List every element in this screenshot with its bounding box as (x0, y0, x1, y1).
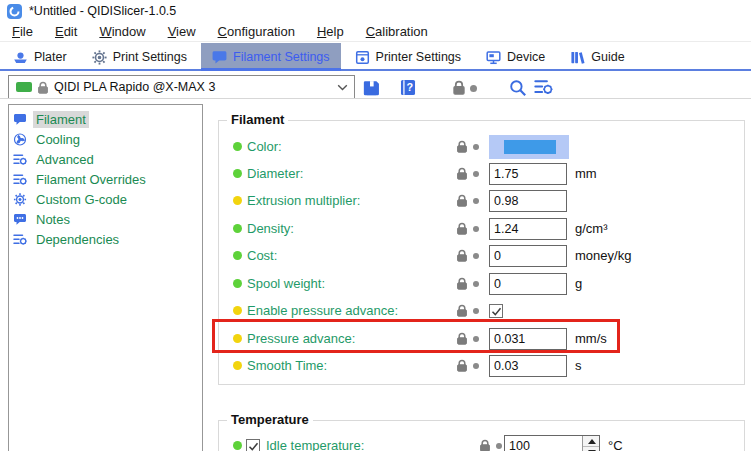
tab-print-settings[interactable]: Print Settings (81, 43, 198, 71)
lock-icon[interactable] (456, 249, 468, 262)
search-icon[interactable] (509, 79, 527, 97)
cost-input[interactable] (489, 245, 567, 267)
tab-printer-settings[interactable]: Printer Settings (344, 43, 472, 71)
setting-label: Enable pressure advance: (247, 299, 398, 323)
setting-label: Diameter: (247, 162, 303, 186)
pressure-advance-input[interactable] (489, 328, 567, 350)
sidebar-item-cooling[interactable]: Cooling (9, 129, 202, 149)
unit-label: °C (608, 434, 623, 451)
smooth-time-input[interactable] (489, 355, 567, 377)
extrusion-multiplier-input[interactable] (489, 190, 567, 212)
enable-pressure-advance-checkbox[interactable] (489, 304, 503, 318)
revert-dot-icon[interactable] (473, 308, 479, 314)
sidebar-item-advanced[interactable]: Advanced (9, 149, 202, 169)
save-icon[interactable] (363, 79, 380, 96)
tab-plater[interactable]: Plater (2, 43, 78, 71)
filament-color-swatch[interactable] (489, 135, 569, 159)
setting-row-spool-weight: Spool weight: g (219, 272, 744, 296)
revert-dot-icon[interactable] (473, 363, 479, 369)
revert-dot-icon[interactable] (473, 281, 479, 287)
lock-icon[interactable] (456, 277, 468, 290)
notes-bubble-icon (13, 213, 27, 226)
tab-device[interactable]: Device (475, 43, 556, 71)
menu-file[interactable]: File (1, 22, 44, 42)
unit-label: mm (575, 162, 597, 186)
revert-dot-icon[interactable] (473, 198, 479, 204)
setting-row-extrusion-multiplier: Extrusion multiplier: (219, 189, 744, 213)
spool-weight-input[interactable] (489, 273, 567, 295)
tab-label: Print Settings (113, 50, 187, 64)
lock-icon[interactable] (456, 194, 468, 207)
temperature-section: Temperature Idle temperature: °C (218, 420, 745, 451)
settings-sidebar: Filament Cooling Advanced Filament Overr… (8, 104, 203, 451)
checkmark-icon (248, 441, 259, 451)
idle-temperature-input[interactable] (505, 436, 582, 451)
menu-calibration[interactable]: Calibration (355, 22, 439, 42)
title-bar: *Untitled - QIDISlicer-1.0.5 (0, 0, 751, 22)
setting-row-cost: Cost: money/kg (219, 244, 744, 268)
printer-icon (355, 50, 370, 65)
tab-filament-settings[interactable]: Filament Settings (201, 43, 341, 71)
spinner-down-button[interactable] (583, 447, 599, 451)
sidebar-item-custom-gcode[interactable]: Custom G-code (9, 189, 202, 209)
lock-icon[interactable] (456, 359, 468, 372)
spinner-up-button[interactable] (583, 436, 599, 447)
status-dot (233, 142, 242, 151)
density-input[interactable] (489, 218, 567, 240)
status-dot (233, 306, 242, 315)
setting-label: Spool weight: (247, 272, 325, 296)
revert-dot-icon[interactable] (496, 443, 502, 449)
lock-icon[interactable] (456, 140, 468, 153)
lock-icon[interactable] (456, 304, 468, 317)
sidebar-item-filament[interactable]: Filament (9, 109, 202, 129)
revert-dot-icon[interactable] (473, 171, 479, 177)
sidebar-item-dependencies[interactable]: Dependencies (9, 229, 202, 249)
lock-icon[interactable] (452, 80, 466, 95)
books-icon (570, 50, 585, 65)
status-dot (233, 224, 242, 233)
revert-dot-icon[interactable] (473, 253, 479, 259)
menu-bar: File Edit Window View Configuration Help… (0, 22, 751, 42)
setting-label: Color: (247, 135, 282, 159)
menu-view[interactable]: View (157, 22, 207, 42)
revert-dot-icon[interactable] (473, 144, 479, 150)
settings-list-icon[interactable] (534, 78, 553, 96)
help-book-icon[interactable]: ? (400, 79, 416, 96)
menu-configuration[interactable]: Configuration (207, 22, 306, 42)
setting-row-enable-pressure-advance: Enable pressure advance: (219, 299, 744, 323)
preset-combobox[interactable]: QIDI PLA Rapido @X-MAX 3 (8, 75, 355, 99)
status-dot (233, 441, 242, 450)
menu-window[interactable]: Window (88, 22, 156, 42)
setting-row-idle-temperature: Idle temperature: °C (219, 434, 744, 451)
lock-icon[interactable] (456, 332, 468, 345)
color-value (504, 140, 556, 154)
lock-icon[interactable] (456, 167, 468, 180)
tab-guide[interactable]: Guide (559, 43, 635, 71)
preset-toolbar: QIDI PLA Rapido @X-MAX 3 ? (0, 71, 751, 98)
filament-icon (13, 113, 27, 126)
menu-edit[interactable]: Edit (44, 22, 88, 42)
diameter-input[interactable] (489, 163, 567, 185)
sidebar-item-notes[interactable]: Notes (9, 209, 202, 229)
revert-dot-icon[interactable] (470, 85, 477, 92)
idle-temperature-spinner (504, 435, 600, 451)
lock-icon[interactable] (456, 222, 468, 235)
content-separator (0, 98, 751, 99)
setting-row-smooth-time: Smooth Time: s (219, 354, 744, 378)
lock-icon[interactable] (479, 439, 491, 451)
filament-section: Filament Color: Diameter: mm Extrusion m… (218, 120, 745, 385)
idle-temperature-checkbox[interactable] (246, 439, 260, 451)
tab-label: Printer Settings (376, 50, 461, 64)
window-title: *Untitled - QIDISlicer-1.0.5 (29, 4, 176, 18)
menu-help[interactable]: Help (306, 22, 355, 42)
sidebar-item-filament-overrides[interactable]: Filament Overrides (9, 169, 202, 189)
status-dot (233, 251, 242, 260)
setting-label: Smooth Time: (247, 354, 327, 378)
unit-label: s (575, 354, 582, 378)
status-dot (233, 279, 242, 288)
revert-dot-icon[interactable] (473, 336, 479, 342)
revert-dot-icon[interactable] (473, 226, 479, 232)
qidislicer-logo-icon (7, 4, 22, 19)
setting-label: Idle temperature: (266, 434, 364, 451)
filament-icon (212, 50, 227, 65)
